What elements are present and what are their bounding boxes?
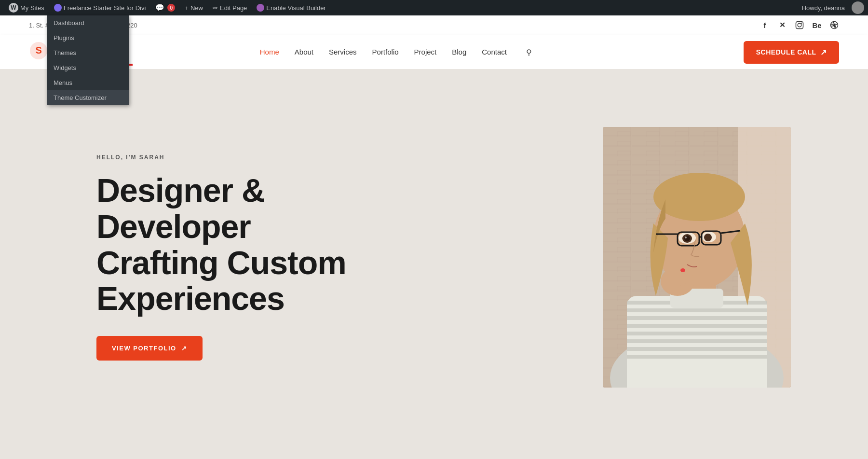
site-topbar: 1. St. #1000, San Francisco, CA 94220 f … [0,15,868,35]
nav-link-services[interactable]: Services [329,48,357,56]
admin-comments[interactable]: 💬 0 [150,0,180,15]
nav-links: Home About Services Portfolio Project Bl… [260,48,532,57]
my-sites-dropdown: Dashboard Plugins Themes Widgets Menus T… [47,15,129,105]
nav-link-portfolio[interactable]: Portfolio [372,48,399,56]
nav-link-about[interactable]: About [295,48,313,56]
svg-point-3 [798,23,801,27]
admin-new[interactable]: + New [180,0,208,15]
admin-my-sites[interactable]: W My Sites [4,0,49,15]
edit-icon: ✏ [213,4,218,12]
site-logo: S [29,41,48,63]
svg-point-4 [801,23,802,24]
svg-rect-22 [627,355,767,359]
svg-rect-17 [627,316,767,320]
svg-point-29 [684,236,690,241]
hero-section: HELLO, I'M SARAH Designer & Developer Cr… [0,69,868,445]
wordpress-logo-icon: W [9,3,18,13]
dropdown-dashboard[interactable]: Dashboard [47,15,129,30]
howdy-text: Howdy, deanna [797,4,850,12]
nav-link-project[interactable]: Project [414,48,437,56]
new-label: New [190,4,203,12]
hero-title-line2: Crafting Custom [96,244,346,281]
nav-item-services[interactable]: Services [329,48,357,56]
dropdown-plugins[interactable]: Plugins [47,30,129,45]
hero-image [603,127,791,388]
hero-content: HELLO, I'M SARAH Designer & Developer Cr… [96,154,386,361]
svg-rect-16 [627,308,767,312]
nav-item-contact[interactable]: Contact [482,48,507,56]
dribbble-icon[interactable] [829,20,839,30]
admin-site-name[interactable]: Freelance Starter Site for Divi [49,0,151,15]
my-sites-label: My Sites [20,4,44,12]
schedule-call-button[interactable]: SCHEDULE CALL ↗ [744,41,839,64]
hero-person-illustration [603,127,791,388]
edit-page-label: Edit Page [220,4,247,12]
site-name-label: Freelance Starter Site for Divi [64,4,146,12]
comments-count: 0 [167,4,175,12]
search-icon[interactable]: ⚲ [526,48,532,56]
nav-item-home[interactable]: Home [260,48,279,56]
svg-point-26 [653,173,745,221]
twitter-x-icon[interactable]: ✕ [777,20,787,30]
nav-item-blog[interactable]: Blog [452,48,466,56]
nav-link-contact[interactable]: Contact [482,48,507,56]
dropdown-theme-customizer[interactable]: Theme Customizer [47,90,129,105]
nav-link-home[interactable]: Home [260,48,279,56]
admin-visual-builder[interactable]: Enable Visual Builder [252,0,330,15]
schedule-call-arrow-icon: ↗ [820,48,827,57]
nav-item-about[interactable]: About [295,48,313,56]
dropdown-themes[interactable]: Themes [47,45,129,60]
nav-item-portfolio[interactable]: Portfolio [372,48,399,56]
hero-title: Designer & Developer Crafting Custom Exp… [96,172,386,317]
hero-title-line1: Designer & Developer [96,172,265,245]
facebook-icon[interactable]: f [760,20,770,30]
view-portfolio-button[interactable]: VIEW PORTFOLIO ↗ [96,336,203,361]
plus-icon: + [185,4,189,12]
nav-item-project[interactable]: Project [414,48,437,56]
visual-builder-label: Enable Visual Builder [266,4,326,12]
divi-icon [54,4,62,12]
nav-item-search[interactable]: ⚲ [522,48,532,57]
view-portfolio-label: VIEW PORTFOLIO [112,345,176,352]
svg-point-30 [685,236,687,238]
svg-rect-21 [627,347,767,351]
svg-point-40 [680,268,685,272]
svg-rect-18 [627,324,767,328]
hero-subtitle: HELLO, I'M SARAH [96,154,386,161]
instagram-icon[interactable] [795,20,804,30]
social-icons: f ✕ Be [760,20,839,30]
view-portfolio-arrow-icon: ↗ [181,345,188,352]
nav-link-blog[interactable]: Blog [452,48,466,56]
svg-point-32 [704,234,712,241]
behance-icon[interactable]: Be [812,20,822,30]
svg-point-38 [661,267,694,296]
svg-rect-2 [796,22,803,29]
admin-bar: W My Sites Freelance Starter Site for Di… [0,0,868,15]
svg-text:S: S [36,45,42,56]
dropdown-menus[interactable]: Menus [47,75,129,90]
admin-edit-page[interactable]: ✏ Edit Page [208,0,252,15]
svg-rect-20 [627,339,767,343]
svg-rect-19 [627,332,767,335]
hero-title-line3: Experiences [96,280,285,317]
comment-icon: 💬 [155,3,164,12]
admin-bar-right: Howdy, deanna [797,1,864,14]
user-avatar [852,1,864,14]
schedule-call-label: SCHEDULE CALL [756,48,816,56]
divi-builder-icon [257,4,264,12]
dropdown-widgets[interactable]: Widgets [47,60,129,75]
